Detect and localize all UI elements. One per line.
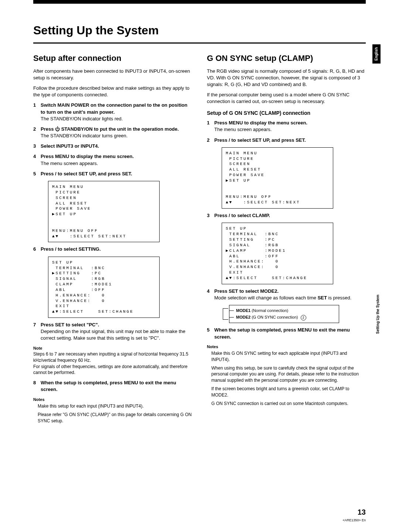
- mode1-desc: (Normal connection): [250, 308, 288, 313]
- step-text: Press MENU to display the menu screen.: [214, 120, 307, 126]
- note-item: Make this G ON SYNC setting for each app…: [211, 350, 366, 363]
- step-text: The menu screen appears.: [214, 127, 272, 132]
- heading-setup-after-connection: Setup after connection: [33, 53, 192, 64]
- step-text: When the setup is completed, press MENU …: [41, 380, 176, 392]
- right-column: G ON SYNC setup (CLAMP) The RGB video si…: [207, 53, 366, 426]
- step-number: 5: [33, 171, 41, 177]
- step-number: 6: [33, 246, 41, 253]
- step-number: 1: [207, 120, 214, 133]
- step-number: 2: [33, 126, 41, 139]
- steps-list: 7 Press SET to select "PC". Depending on…: [33, 322, 192, 342]
- step-text: Switch MAIN POWER on the connection pane…: [41, 102, 187, 114]
- step-text: Press MENU to display the menu screen.: [41, 154, 134, 159]
- note-item: If the screen becomes bright and turns a…: [211, 386, 366, 398]
- step-text: Select INPUT3 or INPUT4.: [41, 143, 99, 149]
- steps-list: 1 Press MENU to display the menu screen.…: [207, 120, 366, 144]
- left-column: Setup after connection After components …: [33, 53, 192, 426]
- step-text: Press STANDBY/ON to put the unit in the …: [41, 126, 179, 132]
- power-icon: [55, 126, 60, 132]
- steps-list: 3 Press / to select CLAMP.: [207, 212, 366, 219]
- step-number: 3: [33, 143, 41, 150]
- onscreen-menu-setup: SET UP TERMINAL :BNC SETTING :PC SIGNAL …: [222, 223, 333, 284]
- notes-label: Notes: [207, 344, 366, 350]
- step-number: 8: [33, 380, 41, 393]
- step-text: When the setup is completed, press MENU …: [214, 327, 350, 339]
- steps-list: 5 When the setup is completed, press MEN…: [207, 327, 366, 340]
- step-text: The STANDBY/ON indicator turns green.: [41, 133, 127, 138]
- circled-number: 2: [301, 315, 306, 320]
- step-text: The menu screen appears.: [41, 161, 98, 166]
- step-text: The STANDBY/ON indicator lights red.: [41, 116, 123, 121]
- side-tab-section: Setting Up the System: [375, 292, 381, 337]
- intro-text: The RGB video signal is normally compose…: [207, 68, 366, 88]
- top-bar: [33, 0, 366, 4]
- title-rule: [33, 42, 366, 44]
- heading-g-on-sync: G ON SYNC setup (CLAMP): [207, 53, 366, 64]
- mode2-desc: (G ON SYNC connection): [250, 315, 299, 319]
- intro-text: If the personal computer being used is a…: [207, 92, 366, 105]
- page-number: 13: [358, 507, 366, 517]
- intro-text: Follow the procedure described below and…: [33, 85, 192, 98]
- note-text: For signals of other frequencies, settin…: [33, 364, 192, 376]
- steps-list: 8 When the setup is completed, press MEN…: [33, 380, 192, 393]
- step-text: Mode selection will change as follows ea…: [214, 295, 351, 301]
- step-number: 7: [33, 322, 41, 342]
- mode2-label: MODE2: [236, 315, 250, 319]
- steps-list: 1 Switch MAIN POWER on the connection pa…: [33, 102, 192, 177]
- page-title: Setting Up the System: [33, 22, 366, 39]
- steps-list: 4 Press SET to select MODE2. Mode select…: [207, 288, 366, 301]
- note-label: Note: [33, 346, 192, 351]
- note-item: Make this setup for each input (INPUT3 a…: [38, 403, 192, 409]
- step-text: Press / to select SET UP, and press SET.: [41, 171, 132, 176]
- intro-text: After components have been connected to …: [33, 68, 192, 81]
- step-text: Press SET to select "PC".: [41, 322, 99, 327]
- note-item: G ON SYNC connection is carried out on s…: [211, 401, 366, 407]
- step-text: Press / to select CLAMP.: [214, 213, 270, 218]
- step-number: 1: [33, 102, 41, 122]
- step-number: 3: [207, 212, 214, 219]
- step-number: 4: [207, 288, 214, 301]
- onscreen-menu-main: MAIN MENU PICTURE SCREEN ALL RESET POWER…: [48, 181, 160, 242]
- mode-cycle-box: MODE1 (Normal connection) MODE2 (G ON SY…: [229, 305, 339, 323]
- notes-list: Make this G ON SYNC setting for each app…: [207, 350, 366, 406]
- step-number: 5: [207, 327, 214, 340]
- doc-code: <ARE1350> En: [342, 518, 366, 523]
- onscreen-menu-setup: SET UP TERMINAL :BNC ▶SETTING :PC SIGNAL…: [48, 257, 160, 318]
- step-text: Press SET to select MODE2.: [214, 288, 279, 294]
- step-number: 4: [33, 153, 41, 167]
- notes-list: Make this setup for each input (INPUT3 a…: [33, 403, 192, 424]
- step-text: Press / to select SET UP, and press SET.: [214, 137, 306, 143]
- note-text: Steps 6 to 7 are necessary when inputtin…: [33, 351, 192, 364]
- steps-list: 6 Press / to select SETTING.: [33, 246, 192, 253]
- mode1-label: MODE1: [236, 308, 250, 313]
- step-number: 2: [207, 137, 214, 144]
- note-item: When using this setup, be sure to carefu…: [211, 365, 366, 384]
- side-tab-language: English: [372, 44, 381, 64]
- subheading: Setup of G ON SYNC (CLAMP) connection: [207, 110, 366, 117]
- step-text: Press / to select SETTING.: [41, 246, 101, 252]
- notes-label: Notes: [33, 397, 192, 402]
- loop-line: [223, 308, 228, 320]
- onscreen-menu-main: MAIN MENU PICTURE SCREEN ALL RESET POWER…: [222, 147, 333, 209]
- step-text: Depending on the input signal, this unit…: [41, 329, 185, 341]
- note-item: Please refer "G ON SYNC (CLAMP)" on this…: [38, 412, 192, 424]
